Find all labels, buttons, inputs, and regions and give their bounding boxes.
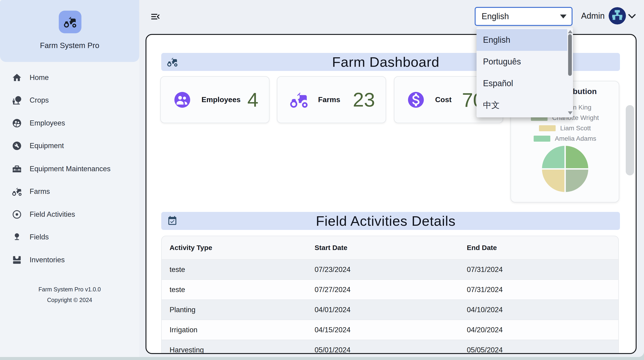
sidebar-item-crops[interactable]: Crops [0, 91, 139, 110]
sidebar-item-field-activities[interactable]: Field Activities [0, 205, 139, 224]
pie-divider [564, 145, 566, 193]
stat-label: Cost [435, 95, 452, 104]
menu-scrollbar[interactable] [567, 27, 573, 117]
table-row[interactable]: teste 07/23/2024 07/31/2024 [162, 259, 618, 279]
language-menu: English Português Español 中文 [476, 27, 573, 117]
section-title: Field Activities Details [179, 213, 592, 229]
equipment-icon [12, 141, 22, 151]
sidebar-item-label: Equipment [30, 142, 64, 150]
menu-item-english[interactable]: English [476, 29, 567, 51]
pie-chart-wrap [542, 146, 588, 192]
caret-down-icon [560, 14, 566, 18]
table-row[interactable]: Harvesting 05/01/2024 05/05/2024 [162, 340, 618, 354]
language-select[interactable]: English [475, 7, 572, 26]
column-header: End Date [467, 244, 618, 252]
sidebar-item-employees[interactable]: Employees [0, 114, 139, 132]
people-icon [173, 90, 192, 109]
sidebar: Farm System Pro Home Crops Employees Equ… [0, 0, 139, 357]
table-header-row: Activity Type Start Date End Date [162, 236, 618, 259]
sidebar-item-label: Field Activities [30, 210, 75, 219]
table-row[interactable]: Irrigation 04/15/2024 04/20/2024 [162, 320, 618, 340]
sidebar-item-home[interactable]: Home [0, 68, 139, 87]
chevron-down-icon[interactable] [627, 12, 636, 20]
column-header: Activity Type [162, 244, 314, 252]
tractor-icon [166, 56, 179, 67]
crops-icon [12, 95, 22, 106]
language-menu-list: English Português Español 中文 [476, 29, 567, 116]
avatar[interactable] [608, 7, 626, 24]
screen: Farm System Pro Home Crops Employees Equ… [0, 0, 644, 360]
legend-item: Liam Scott [511, 123, 619, 133]
target-icon [12, 209, 22, 220]
panel-scrollbar[interactable] [626, 105, 634, 175]
sidebar-item-label: Employees [30, 119, 65, 127]
app-background: Farm System Pro Home Crops Employees Equ… [0, 0, 644, 357]
sidebar-item-fields[interactable]: Fields [0, 228, 139, 246]
toolbox-icon [12, 164, 22, 174]
sidebar-item-label: Crops [30, 96, 49, 104]
calendar-check-icon [166, 216, 179, 226]
stat-card-employees: Employees 4 [160, 76, 270, 123]
app-logo [59, 11, 82, 33]
menu-item-portugues[interactable]: Português [476, 51, 567, 73]
menu-open-icon [150, 11, 161, 22]
field-icon [12, 232, 22, 242]
scroll-down-icon[interactable] [568, 111, 572, 115]
stat-value: 23 [353, 88, 375, 111]
legend-item: Amelia Adams [511, 133, 619, 144]
sidebar-item-equipment[interactable]: Equipment [0, 137, 139, 155]
app-title: Farm System Pro [0, 41, 139, 50]
app-version: Farm System Pro v1.0.0 [0, 286, 139, 293]
table-row[interactable]: Planting 04/01/2024 04/10/2024 [162, 300, 618, 320]
stat-value: 4 [247, 88, 258, 111]
home-icon [12, 72, 22, 83]
tractor-icon [12, 186, 22, 197]
sidebar-item-farms[interactable]: Farms [0, 182, 139, 201]
menu-item-espanol[interactable]: Español [476, 73, 567, 94]
legend-swatch [534, 136, 550, 142]
copyright: Copyright © 2024 [0, 297, 139, 303]
legend-swatch [539, 125, 556, 131]
sidebar-item-label: Home [30, 73, 49, 82]
activities-header: Field Activities Details [161, 212, 620, 230]
sidebar-item-inventories[interactable]: Inventories [0, 251, 139, 269]
scrollbar-thumb[interactable] [568, 34, 572, 76]
menu-item-chinese[interactable]: 中文 [476, 94, 567, 116]
employees-icon [12, 118, 22, 129]
stat-card-farms: Farms 23 [277, 76, 386, 123]
sidebar-header: Farm System Pro [0, 0, 139, 62]
sidebar-item-label: Fields [30, 233, 49, 241]
tractor-icon [290, 90, 308, 109]
sidebar-item-label: Inventories [30, 256, 65, 264]
stat-label: Farms [318, 95, 340, 104]
activities-table: Activity Type Start Date End Date teste … [161, 236, 619, 354]
scroll-up-icon[interactable] [568, 30, 572, 33]
sidebar-item-label: Equipment Maintenances [30, 165, 110, 173]
tractor-icon [64, 15, 77, 29]
language-select-value: English [482, 11, 509, 21]
sidebar-item-equipment-maintenances[interactable]: Equipment Maintenances [0, 160, 139, 178]
table-row[interactable]: teste 07/27/2024 07/31/2024 [162, 279, 618, 300]
column-header: Start Date [314, 244, 467, 252]
dollar-icon [406, 90, 426, 109]
inventory-icon [12, 255, 22, 265]
sidebar-item-label: Farms [30, 187, 50, 196]
sidebar-toggle-button[interactable] [150, 11, 161, 22]
stat-label: Employees [202, 95, 240, 104]
user-name: Admin [581, 11, 605, 21]
